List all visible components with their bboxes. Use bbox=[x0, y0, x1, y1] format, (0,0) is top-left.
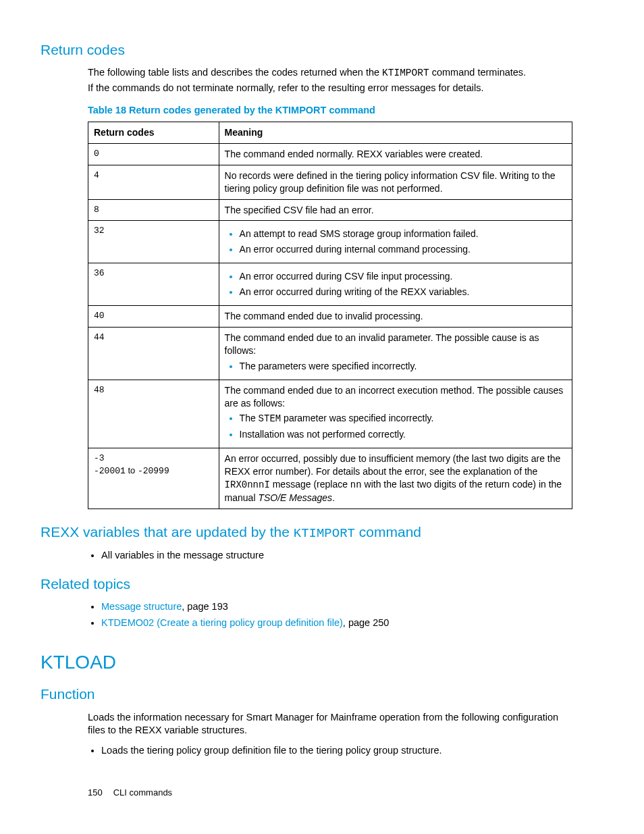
page-number: 150 bbox=[88, 787, 103, 798]
th-meaning: Meaning bbox=[219, 122, 572, 144]
lead-text: The command ended due to an invalid para… bbox=[225, 332, 539, 356]
cell-meaning: The command ended normally. REXX variabl… bbox=[219, 143, 572, 165]
page-footer: 150CLI commands bbox=[88, 787, 172, 799]
list-item: The STEM parameter was specified incorre… bbox=[240, 412, 566, 425]
list-item: An error occurred during CSV file input … bbox=[240, 270, 566, 283]
intro-1c: command terminates. bbox=[429, 67, 526, 78]
table-row: -3 -20001 to -20999 An error occurred, p… bbox=[88, 448, 572, 509]
cell-code: 8 bbox=[88, 199, 219, 221]
cell-code: 40 bbox=[88, 306, 219, 328]
heading-return-codes: Return codes bbox=[41, 41, 572, 59]
cell-meaning: The command ended due to invalid process… bbox=[219, 306, 572, 328]
cell-code: 48 bbox=[88, 380, 219, 448]
table-row: 32 An attempt to read SMS storage group … bbox=[88, 221, 572, 263]
link-ktdemo02[interactable]: KTDEMO02 (Create a tiering policy group … bbox=[101, 617, 343, 628]
intro-block: The following table lists and describes … bbox=[88, 66, 572, 509]
cell-meaning: The command ended due to an invalid para… bbox=[219, 327, 572, 380]
table-caption: Table 18 Return codes generated by the K… bbox=[88, 104, 572, 118]
list-item: KTDEMO02 (Create a tiering policy group … bbox=[101, 617, 572, 630]
pre: The bbox=[240, 413, 259, 423]
cell-meaning: An error occurred, possibly due to insuf… bbox=[219, 448, 572, 509]
list-item: An error occurred during writing of the … bbox=[240, 286, 566, 298]
list-item: Message structure, page 193 bbox=[101, 600, 572, 614]
table-row: 4 No records were defined in the tiering… bbox=[88, 165, 572, 199]
list-item: An attempt to read SMS storage group inf… bbox=[240, 228, 566, 240]
cell-code: 32 bbox=[88, 221, 219, 263]
cell-meaning: An error occurred during CSV file input … bbox=[219, 263, 572, 306]
cell-code: 44 bbox=[88, 327, 219, 380]
heading-ktload: KTLOAD bbox=[41, 650, 572, 675]
intro-line-1: The following table lists and describes … bbox=[88, 66, 572, 80]
return-codes-table: Return codes Meaning 0 The command ended… bbox=[88, 122, 572, 509]
range-b: -20999 bbox=[138, 466, 169, 476]
table-header-row: Return codes Meaning bbox=[88, 122, 572, 144]
table-row: 8 The specified CSV file had an error. bbox=[88, 199, 572, 221]
table-row: 0 The command ended normally. REXX varia… bbox=[88, 143, 572, 165]
rexx-h-c: command bbox=[355, 524, 421, 540]
cell-code: -3 -20001 to -20999 bbox=[88, 448, 219, 509]
m1: IRX0nnnI bbox=[225, 479, 270, 490]
range-a: -20001 bbox=[94, 466, 126, 476]
cell-code: 4 bbox=[88, 165, 219, 199]
list-item: An error occurred during internal comman… bbox=[240, 243, 566, 256]
rexx-h-b: KTIMPORT bbox=[294, 526, 355, 541]
list-item: Loads the tiering policy group definitio… bbox=[101, 744, 572, 758]
intro-line-2: If the commands do not terminate normall… bbox=[88, 82, 572, 95]
list-item: The parameters were specified incorrectl… bbox=[240, 360, 566, 373]
footer-label: CLI commands bbox=[113, 787, 172, 798]
mono: STEM bbox=[259, 413, 281, 424]
rexx-block: All variables in the message structure bbox=[88, 549, 572, 563]
table-row: 44 The command ended due to an invalid p… bbox=[88, 327, 572, 380]
t4: . bbox=[332, 492, 335, 503]
intro-1a: The following table lists and describes … bbox=[88, 67, 382, 78]
heading-function: Function bbox=[41, 685, 572, 704]
th-code: Return codes bbox=[88, 122, 219, 144]
cell-meaning: An attempt to read SMS storage group inf… bbox=[219, 221, 572, 263]
cell-code: 0 bbox=[88, 143, 219, 165]
table-row: 48 The command ended due to an incorrect… bbox=[88, 380, 572, 448]
function-block: Loads the information necessary for Smar… bbox=[88, 711, 572, 758]
rest: , page 250 bbox=[343, 617, 390, 628]
cell-meaning: The specified CSV file had an error. bbox=[219, 199, 572, 221]
related-block: Message structure, page 193 KTDEMO02 (Cr… bbox=[88, 600, 572, 629]
heading-related-topics: Related topics bbox=[41, 575, 572, 594]
code-line1: -3 bbox=[94, 452, 213, 465]
cell-meaning: No records were defined in the tiering p… bbox=[219, 165, 572, 199]
code-line2: -20001 to -20999 bbox=[94, 465, 213, 477]
cell-code: 36 bbox=[88, 263, 219, 306]
t1: An error occurred, possibly due to insuf… bbox=[225, 453, 561, 477]
intro-1b: KTIMPORT bbox=[382, 68, 429, 78]
t2: message (replace bbox=[270, 479, 350, 490]
m2: nn bbox=[350, 479, 362, 490]
table-row: 40 The command ended due to invalid proc… bbox=[88, 306, 572, 328]
pre: Installation was not performed correctly… bbox=[240, 429, 406, 440]
post: parameter was specified incorrectly. bbox=[281, 413, 433, 423]
function-p1: Loads the information necessary for Smar… bbox=[88, 711, 572, 737]
table-row: 36 An error occurred during CSV file inp… bbox=[88, 263, 572, 306]
list-item: All variables in the message structure bbox=[101, 549, 572, 563]
cell-meaning: The command ended due to an incorrect ex… bbox=[219, 380, 572, 448]
lead-text: The command ended due to an incorrect ex… bbox=[225, 385, 564, 409]
heading-rexx-vars: REXX variables that are updated by the K… bbox=[41, 523, 572, 543]
range-mid: to bbox=[126, 465, 138, 475]
list-item: Installation was not performed correctly… bbox=[240, 428, 566, 441]
link-message-structure[interactable]: Message structure bbox=[101, 601, 182, 612]
rest: , page 193 bbox=[182, 601, 228, 612]
rexx-h-a: REXX variables that are updated by the bbox=[41, 524, 294, 540]
it: TSO/E Messages bbox=[258, 492, 332, 503]
